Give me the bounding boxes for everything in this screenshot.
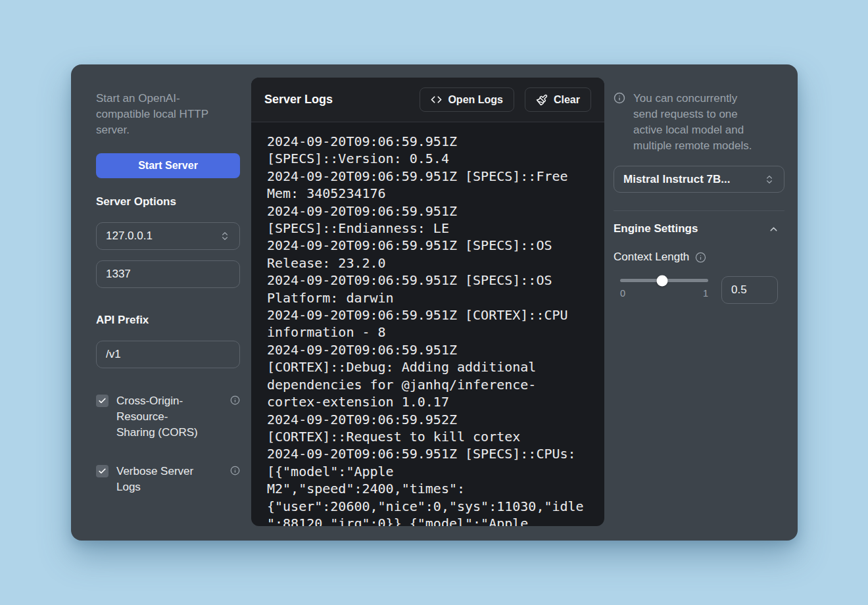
- server-logs-header: Server Logs Open Logs Clear: [251, 78, 604, 122]
- slider-thumb[interactable]: [657, 275, 668, 286]
- info-icon[interactable]: [695, 252, 706, 263]
- log-entry: 2024-09-20T09:06:59.951Z [SPECS]::OS Pla…: [267, 272, 588, 306]
- engine-settings-toggle[interactable]: Engine Settings: [614, 222, 779, 235]
- open-logs-button-label: Open Logs: [448, 94, 503, 106]
- start-server-button[interactable]: Start Server: [96, 153, 240, 178]
- slider-range-labels: 0 1: [620, 288, 708, 299]
- info-icon[interactable]: [230, 466, 240, 475]
- check-icon: [98, 397, 107, 405]
- api-prefix-heading: API Prefix: [96, 314, 149, 327]
- context-length-value-input[interactable]: [721, 276, 778, 304]
- check-icon: [98, 467, 107, 475]
- context-length-slider[interactable]: [620, 279, 708, 282]
- server-description: Start an OpenAI-compatible local HTTP se…: [96, 91, 218, 138]
- log-entry: 2024-09-20T09:06:59.951Z [CORTEX]::Debug…: [267, 341, 588, 411]
- server-logs-output[interactable]: 2024-09-20T09:06:59.951Z [SPECS]::Versio…: [251, 122, 604, 526]
- log-entry: 2024-09-20T09:06:59.951Z [SPECS]::Versio…: [267, 133, 588, 168]
- slider-max-label: 1: [703, 288, 708, 299]
- concurrency-note-text: You can concurrently send requests to on…: [633, 91, 758, 154]
- local-server-window: Start an OpenAI-compatible local HTTP se…: [71, 64, 798, 541]
- cors-checkbox-row: Cross-Origin-Resource-Sharing (CORS): [96, 393, 240, 441]
- server-logs-card: Server Logs Open Logs Clear 2024-09-20T0…: [251, 78, 604, 526]
- port-input[interactable]: [96, 260, 240, 288]
- server-config-sidebar: Start an OpenAI-compatible local HTTP se…: [96, 64, 240, 541]
- model-select-value: Mistral Instruct 7B...: [623, 173, 730, 186]
- log-entry: 2024-09-20T09:06:59.952Z [CORTEX]::Reque…: [267, 411, 588, 446]
- code-icon: [431, 94, 442, 105]
- page-background: { "colors": { "accent_blue": "#4a6be0", …: [0, 0, 868, 605]
- api-prefix-input[interactable]: [96, 341, 240, 368]
- host-select-value: 127.0.0.1: [106, 230, 153, 243]
- chevron-up-icon: [768, 224, 779, 235]
- context-length-label: Context Length: [614, 251, 689, 264]
- open-logs-button[interactable]: Open Logs: [420, 87, 514, 112]
- server-options-heading: Server Options: [96, 195, 176, 208]
- section-divider: [614, 210, 784, 211]
- host-select[interactable]: 127.0.0.1: [96, 222, 240, 250]
- slider-min-label: 0: [620, 288, 625, 299]
- engine-settings-heading: Engine Settings: [614, 222, 698, 235]
- log-entry: 2024-09-20T09:06:59.951Z [SPECS]::Free M…: [267, 168, 588, 203]
- log-entry: 2024-09-20T09:06:59.951Z [SPECS]::OS Rel…: [267, 237, 588, 272]
- log-entry: 2024-09-20T09:06:59.951Z [CORTEX]::CPU i…: [267, 306, 588, 341]
- verbose-logs-checkbox-row: Verbose Server Logs: [96, 464, 240, 495]
- paintbrush-icon: [536, 94, 548, 106]
- cors-checkbox-label: Cross-Origin-Resource-Sharing (CORS): [116, 393, 201, 441]
- clear-logs-button-label: Clear: [554, 94, 580, 106]
- context-length-row: Context Length: [614, 251, 706, 264]
- verbose-logs-checkbox[interactable]: [96, 465, 108, 477]
- chevrons-up-down-icon: [220, 231, 230, 241]
- model-settings-sidebar: You can concurrently send requests to on…: [614, 64, 784, 541]
- info-icon: [614, 92, 625, 154]
- chevrons-up-down-icon: [764, 174, 775, 185]
- log-entry: 2024-09-20T09:06:59.951Z [SPECS]::CPUs: …: [267, 445, 588, 526]
- server-logs-title: Server Logs: [264, 93, 333, 107]
- clear-logs-button[interactable]: Clear: [525, 87, 591, 112]
- concurrency-note: You can concurrently send requests to on…: [614, 91, 758, 154]
- cors-checkbox[interactable]: [96, 395, 108, 407]
- verbose-logs-checkbox-label: Verbose Server Logs: [116, 464, 201, 495]
- model-select[interactable]: Mistral Instruct 7B...: [614, 166, 784, 193]
- log-entry: 2024-09-20T09:06:59.951Z [SPECS]::Endian…: [267, 203, 588, 237]
- info-icon[interactable]: [230, 395, 240, 405]
